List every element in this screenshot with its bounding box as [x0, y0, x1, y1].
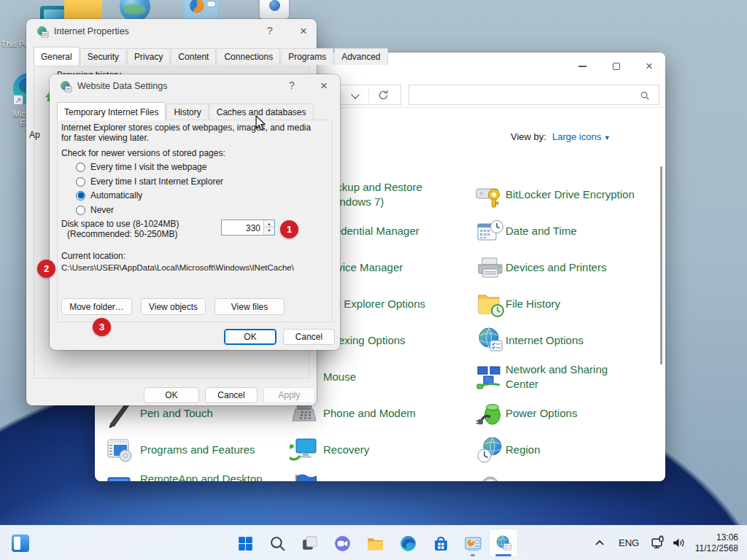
radio-icon[interactable] [76, 206, 85, 215]
radio-option[interactable]: Never [76, 203, 114, 217]
cp-item[interactable]: Recovery [290, 432, 458, 468]
cp-item[interactable]: Programs and Features [105, 432, 275, 468]
radio-icon[interactable] [76, 163, 85, 172]
tab-content[interactable]: Content [171, 48, 216, 65]
control-panel-button[interactable] [458, 529, 487, 558]
maximize-button[interactable] [605, 58, 627, 75]
radio-option[interactable]: Automatically [76, 188, 142, 203]
task-view-button[interactable] [295, 529, 324, 558]
clock[interactable]: 13:06 11/12/2568 [686, 532, 738, 554]
tab-temporary-internet-files[interactable]: Temporary Internet Files [57, 102, 166, 120]
edge-button[interactable] [393, 529, 422, 558]
spin-down-icon[interactable]: ▼ [264, 228, 274, 234]
cp-item[interactable]: Security and Maintenance [290, 468, 458, 481]
tray-chevron-button[interactable] [592, 536, 607, 551]
recovery-icon [290, 435, 319, 464]
programs-icon [105, 435, 134, 464]
radio-option[interactable]: Every time I visit the webpage [76, 160, 206, 174]
cp-item[interactable]: File History [476, 286, 640, 322]
task-view-icon [301, 534, 319, 553]
apply-button[interactable]: Apply [263, 387, 315, 403]
search-button[interactable] [263, 529, 292, 558]
dialog-title: Internet Properties [54, 26, 129, 36]
cp-item-label: Devices and Printers [506, 260, 640, 275]
cp-item[interactable]: Date and Time [476, 213, 640, 249]
minimize-button[interactable] [571, 58, 593, 75]
cp-item-label: Credential Manager [323, 224, 458, 238]
cp-item[interactable]: BitLocker Drive Encryption [476, 176, 640, 213]
internet-properties-button[interactable] [489, 529, 518, 558]
close-button[interactable]: × [638, 58, 660, 75]
cancel-button[interactable]: Cancel [283, 329, 335, 345]
this-pc-label: This PC [1, 39, 26, 48]
cp-item-label: Indexing Options [323, 333, 458, 348]
cp-item-label: Security and Maintenance [323, 479, 458, 481]
refresh-icon[interactable] [377, 89, 390, 101]
tab-privacy[interactable]: Privacy [127, 48, 170, 65]
close-icon[interactable]: × [314, 77, 334, 95]
move-folder-button[interactable]: Move folder… [61, 298, 132, 315]
ok-button[interactable]: OK [144, 387, 199, 403]
current-location-label: Current location: [61, 251, 125, 261]
radio-option[interactable]: Every time I start Internet Explorer [76, 174, 223, 189]
internet-properties-icon [495, 534, 513, 553]
radio-selected-icon[interactable] [76, 191, 85, 201]
cp-item[interactable]: Network and Sharing Center [476, 359, 640, 395]
network-icon[interactable] [651, 535, 666, 551]
current-location-path: C:\Users\USER\AppData\Local\Microsoft\Wi… [61, 263, 294, 272]
radio-icon[interactable] [76, 177, 85, 187]
cp-item[interactable]: Internet Options [476, 322, 640, 359]
cp-item[interactable]: Devices and Printers [476, 249, 640, 286]
cp-item[interactable]: Power Options [476, 395, 640, 432]
ok-button[interactable]: OK [224, 329, 276, 345]
ip-tabstrip: GeneralSecurityPrivacyContentConnections… [34, 48, 389, 65]
annotation-badge-3: 3 [93, 318, 111, 336]
tab-security[interactable]: Security [80, 48, 126, 65]
internet-properties-icon [36, 26, 49, 38]
tab-history[interactable]: History [166, 104, 208, 120]
help-button[interactable]: ? [289, 79, 295, 91]
chat-button[interactable] [328, 529, 357, 558]
annotation-badge-2: 2 [37, 260, 55, 278]
search-icon[interactable] [640, 90, 650, 101]
view-by-dropdown[interactable]: Large icons ▼ [552, 131, 611, 142]
cp-item-label: Date and Time [506, 224, 640, 238]
cp-item[interactable]: RemoteApp and Desktop Connections [105, 468, 275, 481]
tab-connections[interactable]: Connections [217, 48, 280, 65]
tab-general[interactable]: General [34, 47, 80, 65]
dialog-title: Website Data Settings [77, 81, 167, 91]
app-shortcut-icon[interactable] [260, 0, 289, 19]
language-indicator[interactable]: ENG [619, 537, 639, 548]
file-explorer-icon [366, 534, 384, 553]
tray-date: 11/12/2568 [686, 543, 738, 554]
start-button[interactable] [231, 529, 260, 558]
disk-space-spinner[interactable]: 330 ▲ ▼ [221, 219, 275, 236]
cp-item-label: RemoteApp and Desktop Connections [140, 472, 275, 481]
cp-item[interactable]: Region [476, 432, 640, 468]
help-button[interactable]: ? [267, 25, 273, 36]
widgets-button[interactable] [6, 529, 35, 558]
control-panel-shortcut-icon[interactable] [184, 0, 219, 19]
bitlocker-icon [476, 180, 505, 209]
spin-up-icon[interactable]: ▲ [264, 220, 274, 228]
scrollbar-thumb[interactable] [660, 166, 662, 365]
volume-icon[interactable] [671, 535, 686, 551]
cancel-button[interactable]: Cancel [205, 387, 258, 403]
store-button[interactable] [426, 529, 455, 558]
search-input[interactable] [409, 85, 659, 105]
tab-programs[interactable]: Programs [281, 48, 333, 65]
view-files-button[interactable]: View files [214, 298, 285, 315]
globe-settings-icon [476, 326, 505, 355]
network-icon [476, 362, 505, 392]
cp-item[interactable]: Sound [476, 468, 640, 481]
tab-advanced[interactable]: Advanced [334, 48, 387, 65]
mouse-cursor [255, 115, 266, 131]
view-objects-button[interactable]: View objects [141, 298, 206, 315]
remoteapp-icon [105, 472, 134, 481]
spinner-buttons: ▲ ▼ [263, 220, 274, 235]
edge-icon [399, 534, 417, 553]
address-dropdown-icon[interactable] [351, 90, 359, 98]
close-icon[interactable]: × [293, 23, 314, 40]
file-explorer-button[interactable] [360, 529, 390, 558]
cp-item-label: Device Manager [323, 260, 458, 275]
